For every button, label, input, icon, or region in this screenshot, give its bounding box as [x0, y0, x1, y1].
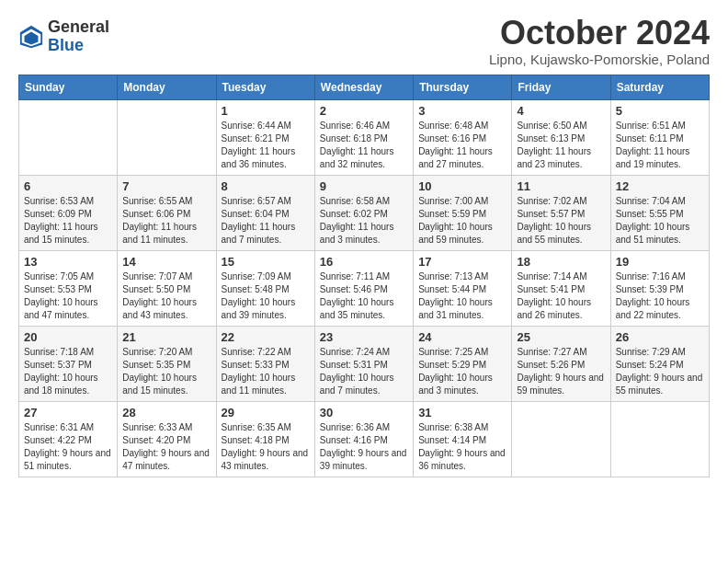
- day-number: 4: [517, 104, 605, 118]
- day-info: Sunrise: 7:22 AMSunset: 5:33 PMDaylight:…: [222, 346, 310, 397]
- cell-w5-d7: [610, 401, 709, 477]
- day-number: 20: [24, 330, 112, 344]
- cell-w5-d1: 27Sunrise: 6:31 AMSunset: 4:22 PMDayligh…: [19, 401, 118, 477]
- day-info: Sunrise: 7:18 AMSunset: 5:37 PMDaylight:…: [24, 346, 112, 397]
- cell-w2-d1: 6Sunrise: 6:53 AMSunset: 6:09 PMDaylight…: [19, 175, 118, 250]
- cell-w4-d5: 24Sunrise: 7:25 AMSunset: 5:29 PMDayligh…: [414, 326, 512, 401]
- cell-w4-d7: 26Sunrise: 7:29 AMSunset: 5:24 PMDayligh…: [610, 326, 709, 401]
- calendar-table: Sunday Monday Tuesday Wednesday Thursday…: [18, 75, 710, 477]
- cell-w1-d7: 5Sunrise: 6:51 AMSunset: 6:11 PMDaylight…: [610, 99, 709, 175]
- col-wednesday: Wednesday: [314, 75, 413, 99]
- cell-w4-d1: 20Sunrise: 7:18 AMSunset: 5:37 PMDayligh…: [19, 326, 118, 401]
- logo: General Blue: [18, 18, 109, 55]
- cell-w2-d5: 10Sunrise: 7:00 AMSunset: 5:59 PMDayligh…: [414, 175, 512, 250]
- day-number: 11: [517, 179, 605, 193]
- cell-w3-d3: 15Sunrise: 7:09 AMSunset: 5:48 PMDayligh…: [216, 250, 314, 326]
- day-number: 22: [222, 330, 310, 344]
- day-info: Sunrise: 7:29 AMSunset: 5:24 PMDaylight:…: [616, 346, 704, 397]
- day-number: 7: [122, 179, 210, 193]
- col-sunday: Sunday: [19, 75, 118, 99]
- day-info: Sunrise: 7:24 AMSunset: 5:31 PMDaylight:…: [320, 346, 408, 397]
- location: Lipno, Kujawsko-Pomorskie, Poland: [489, 52, 710, 67]
- logo-general: General: [48, 18, 109, 37]
- cell-w2-d7: 12Sunrise: 7:04 AMSunset: 5:55 PMDayligh…: [610, 175, 709, 250]
- cell-w4-d4: 23Sunrise: 7:24 AMSunset: 5:31 PMDayligh…: [314, 326, 413, 401]
- day-info: Sunrise: 7:00 AMSunset: 5:59 PMDaylight:…: [418, 195, 506, 247]
- day-number: 24: [418, 330, 506, 344]
- day-info: Sunrise: 6:33 AMSunset: 4:20 PMDaylight:…: [122, 421, 210, 473]
- cell-w1-d4: 2Sunrise: 6:46 AMSunset: 6:18 PMDaylight…: [314, 99, 413, 175]
- cell-w4-d2: 21Sunrise: 7:20 AMSunset: 5:35 PMDayligh…: [118, 326, 216, 401]
- day-number: 19: [616, 255, 704, 269]
- week-row-1: 1Sunrise: 6:44 AMSunset: 6:21 PMDaylight…: [19, 99, 710, 175]
- day-info: Sunrise: 6:38 AMSunset: 4:14 PMDaylight:…: [418, 421, 506, 473]
- day-number: 10: [418, 179, 506, 193]
- day-number: 29: [222, 406, 310, 419]
- day-info: Sunrise: 6:55 AMSunset: 6:06 PMDaylight:…: [122, 195, 210, 247]
- cell-w3-d2: 14Sunrise: 7:07 AMSunset: 5:50 PMDayligh…: [118, 250, 216, 326]
- week-row-3: 13Sunrise: 7:05 AMSunset: 5:53 PMDayligh…: [19, 250, 710, 326]
- week-row-5: 27Sunrise: 6:31 AMSunset: 4:22 PMDayligh…: [19, 401, 710, 477]
- col-tuesday: Tuesday: [216, 75, 314, 99]
- day-number: 9: [320, 179, 408, 193]
- title-area: October 2024 Lipno, Kujawsko-Pomorskie, …: [489, 15, 710, 67]
- day-number: 18: [517, 255, 605, 269]
- day-number: 17: [418, 255, 506, 269]
- day-number: 1: [222, 104, 310, 118]
- day-number: 3: [418, 104, 506, 118]
- day-info: Sunrise: 7:20 AMSunset: 5:35 PMDaylight:…: [122, 346, 210, 397]
- cell-w2-d6: 11Sunrise: 7:02 AMSunset: 5:57 PMDayligh…: [512, 175, 610, 250]
- day-number: 16: [320, 255, 408, 269]
- day-number: 5: [616, 104, 704, 118]
- day-number: 12: [616, 179, 704, 193]
- cell-w3-d6: 18Sunrise: 7:14 AMSunset: 5:41 PMDayligh…: [512, 250, 610, 326]
- cell-w5-d3: 29Sunrise: 6:35 AMSunset: 4:18 PMDayligh…: [216, 401, 314, 477]
- cell-w3-d4: 16Sunrise: 7:11 AMSunset: 5:46 PMDayligh…: [314, 250, 413, 326]
- day-number: 25: [517, 330, 605, 344]
- cell-w5-d5: 31Sunrise: 6:38 AMSunset: 4:14 PMDayligh…: [414, 401, 512, 477]
- day-number: 6: [24, 179, 112, 193]
- day-info: Sunrise: 6:50 AMSunset: 6:13 PMDaylight:…: [517, 120, 605, 171]
- col-monday: Monday: [118, 75, 216, 99]
- day-info: Sunrise: 6:36 AMSunset: 4:16 PMDaylight:…: [320, 421, 408, 473]
- day-info: Sunrise: 6:51 AMSunset: 6:11 PMDaylight:…: [616, 120, 704, 171]
- day-info: Sunrise: 7:05 AMSunset: 5:53 PMDaylight:…: [24, 270, 112, 322]
- cell-w5-d4: 30Sunrise: 6:36 AMSunset: 4:16 PMDayligh…: [314, 401, 413, 477]
- day-number: 21: [122, 330, 210, 344]
- cell-w1-d6: 4Sunrise: 6:50 AMSunset: 6:13 PMDaylight…: [512, 99, 610, 175]
- cell-w2-d2: 7Sunrise: 6:55 AMSunset: 6:06 PMDaylight…: [118, 175, 216, 250]
- day-info: Sunrise: 7:11 AMSunset: 5:46 PMDaylight:…: [320, 270, 408, 322]
- col-friday: Friday: [512, 75, 610, 99]
- cell-w1-d2: [118, 99, 216, 175]
- day-info: Sunrise: 7:14 AMSunset: 5:41 PMDaylight:…: [517, 270, 605, 322]
- day-info: Sunrise: 7:16 AMSunset: 5:39 PMDaylight:…: [616, 270, 704, 322]
- cell-w3-d7: 19Sunrise: 7:16 AMSunset: 5:39 PMDayligh…: [610, 250, 709, 326]
- day-info: Sunrise: 7:02 AMSunset: 5:57 PMDaylight:…: [517, 195, 605, 247]
- day-info: Sunrise: 6:58 AMSunset: 6:02 PMDaylight:…: [320, 195, 408, 247]
- day-info: Sunrise: 7:27 AMSunset: 5:26 PMDaylight:…: [517, 346, 605, 397]
- logo-text: General Blue: [48, 18, 109, 55]
- day-info: Sunrise: 7:04 AMSunset: 5:55 PMDaylight:…: [616, 195, 704, 247]
- day-number: 27: [24, 406, 112, 419]
- day-info: Sunrise: 6:31 AMSunset: 4:22 PMDaylight:…: [24, 421, 112, 473]
- day-number: 14: [122, 255, 210, 269]
- day-number: 31: [418, 406, 506, 419]
- cell-w4-d3: 22Sunrise: 7:22 AMSunset: 5:33 PMDayligh…: [216, 326, 314, 401]
- day-info: Sunrise: 7:13 AMSunset: 5:44 PMDaylight:…: [418, 270, 506, 322]
- col-saturday: Saturday: [610, 75, 709, 99]
- week-row-2: 6Sunrise: 6:53 AMSunset: 6:09 PMDaylight…: [19, 175, 710, 250]
- day-info: Sunrise: 6:53 AMSunset: 6:09 PMDaylight:…: [24, 195, 112, 247]
- logo-blue: Blue: [48, 37, 109, 55]
- day-number: 2: [320, 104, 408, 118]
- day-info: Sunrise: 7:25 AMSunset: 5:29 PMDaylight:…: [418, 346, 506, 397]
- day-info: Sunrise: 6:46 AMSunset: 6:18 PMDaylight:…: [320, 120, 408, 171]
- day-number: 23: [320, 330, 408, 344]
- logo-icon: [18, 24, 44, 50]
- cell-w2-d4: 9Sunrise: 6:58 AMSunset: 6:02 PMDaylight…: [314, 175, 413, 250]
- calendar-header-row: Sunday Monday Tuesday Wednesday Thursday…: [19, 75, 710, 99]
- day-number: 30: [320, 406, 408, 419]
- cell-w3-d1: 13Sunrise: 7:05 AMSunset: 5:53 PMDayligh…: [19, 250, 118, 326]
- cell-w3-d5: 17Sunrise: 7:13 AMSunset: 5:44 PMDayligh…: [414, 250, 512, 326]
- day-number: 13: [24, 255, 112, 269]
- day-info: Sunrise: 6:48 AMSunset: 6:16 PMDaylight:…: [418, 120, 506, 171]
